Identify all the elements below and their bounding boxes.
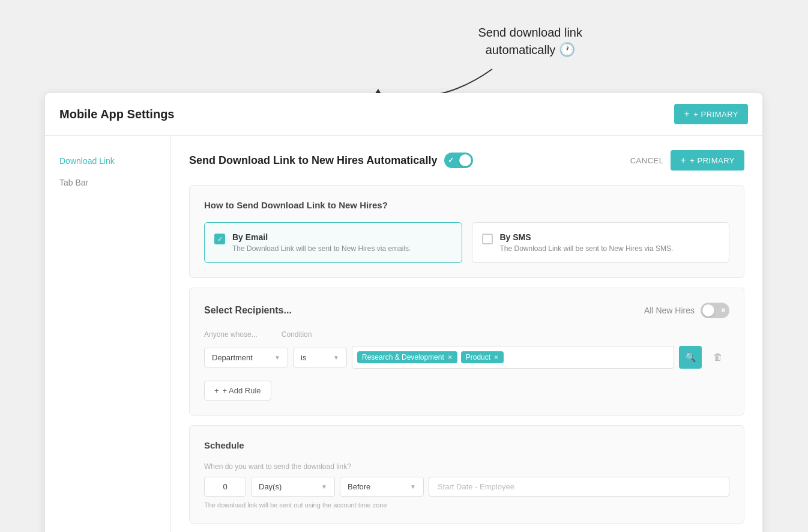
search-icon: 🔍 [685,352,696,363]
email-option[interactable]: ✓ By Email The Download Link will be sen… [204,222,462,263]
tags-input[interactable]: Research & Development ✕ Product ✕ [352,346,674,369]
cancel-button[interactable]: CANCEL [630,156,664,165]
recipients-title: Select Recipients... [204,305,292,316]
schedule-number-input[interactable] [204,477,246,497]
tag-product-label: Product [466,353,490,361]
plus-icon-2: + [680,155,686,166]
tag-research-remove[interactable]: ✕ [447,354,453,361]
sms-desc: The Download Link will be sent to New Hi… [500,244,674,253]
sidebar-item-download-link[interactable]: Download Link [45,150,170,172]
auto-send-toggle[interactable]: ✓ [444,153,473,168]
email-checkbox[interactable]: ✓ [214,234,225,244]
email-label: By Email [232,232,411,242]
start-date-input[interactable]: Start Date - Employee [429,477,729,497]
save-primary-button[interactable]: + + PRIMARY [671,150,744,171]
add-rule-plus-icon: + [214,386,219,395]
check-icon: ✓ [448,156,454,165]
card-header: Mobile App Settings + + PRIMARY [45,93,762,136]
clock-icon: 🕐 [559,42,575,57]
section-header: Send Download Link to New Hires Automati… [189,150,744,171]
filter-controls: Department ▼ is ▼ Research & Development [204,346,729,369]
email-option-content: By Email The Download Link will be sent … [232,232,411,253]
x-icon: ✕ [720,307,726,315]
recipients-card: Select Recipients... All New Hires ✕ Any… [189,288,744,416]
department-dropdown[interactable]: Department ▼ [204,348,288,367]
recipients-header: Select Recipients... All New Hires ✕ [204,303,729,318]
add-rule-button[interactable]: + + Add Rule [204,381,271,401]
sidebar: Download Link Tab Bar [45,136,171,532]
callout-text: Send download linkautomatically 🕐 [478,24,582,59]
department-arrow: ▼ [274,354,280,361]
when-label: When do you want to send the download li… [204,462,729,471]
start-date-text: Start Date - Employee [438,482,514,491]
main-card: Mobile App Settings + + PRIMARY Download… [45,93,762,532]
condition-label: Condition [282,330,312,339]
condition-value: is [301,353,306,362]
toggle-off-knob [702,304,714,316]
schedule-title: Schedule [204,440,729,450]
add-rule-label: + Add Rule [223,386,261,395]
sms-label: By SMS [500,232,674,242]
how-to-send-card: How to Send Download Link to New Hires? … [189,185,744,278]
all-new-hires-toggle[interactable]: ✕ [701,303,729,318]
before-after-dropdown[interactable]: Before ▼ [340,477,424,497]
schedule-note: The download link will be sent out using… [204,501,729,509]
day-unit-arrow: ▼ [321,483,327,490]
schedule-card: Schedule When do you want to send the do… [189,425,744,524]
filter-row: Anyone whose... Condition Department ▼ i… [204,330,729,369]
header-actions: CANCEL + + PRIMARY [630,150,744,171]
tag-product[interactable]: Product ✕ [461,351,504,363]
department-value: Department [212,353,253,362]
tag-product-remove[interactable]: ✕ [493,354,499,361]
header-primary-button[interactable]: + + PRIMARY [674,104,748,124]
before-after-value: Before [348,482,370,491]
main-content: Send Download Link to New Hires Automati… [171,136,762,532]
send-options: ✓ By Email The Download Link will be sen… [204,222,729,263]
sidebar-item-tab-bar[interactable]: Tab Bar [45,172,170,193]
sms-option-content: By SMS The Download Link will be sent to… [500,232,674,253]
how-to-send-title: How to Send Download Link to New Hires? [204,200,729,210]
all-new-hires-area: All New Hires ✕ [644,303,729,318]
before-after-arrow: ▼ [410,483,416,490]
all-new-hires-label: All New Hires [644,306,695,315]
search-button[interactable]: 🔍 [679,346,702,369]
card-title: Mobile App Settings [59,107,174,121]
toggle-knob [459,154,471,166]
section-title: Send Download Link to New Hires Automati… [189,153,473,168]
trash-icon: 🗑 [713,352,723,363]
delete-rule-button[interactable]: 🗑 [707,346,729,369]
email-desc: The Download Link will be sent to New Hi… [232,244,411,253]
tag-research-label: Research & Development [362,353,444,361]
plus-icon: + [684,109,690,119]
sms-checkbox[interactable] [482,234,493,244]
schedule-row: Day(s) ▼ Before ▼ Start Date - Employee [204,477,729,497]
anyone-label: Anyone whose... [204,330,258,339]
card-body: Download Link Tab Bar Send Download Link… [45,136,762,532]
condition-dropdown[interactable]: is ▼ [293,348,347,367]
sms-option[interactable]: By SMS The Download Link will be sent to… [472,222,730,263]
condition-arrow: ▼ [333,354,339,361]
day-unit-value: Day(s) [259,482,282,491]
tag-research[interactable]: Research & Development ✕ [357,351,457,363]
day-unit-dropdown[interactable]: Day(s) ▼ [251,477,335,497]
